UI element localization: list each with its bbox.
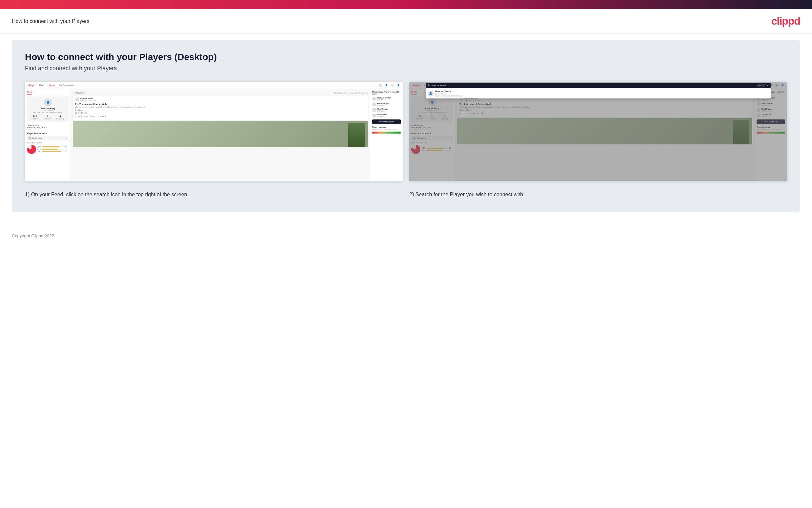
bar-arg: ARG 84 <box>37 151 68 153</box>
player-select[interactable]: Eli Vincent ▾ <box>27 136 68 140</box>
profile-icon-btn[interactable]: 👤 <box>384 83 388 87</box>
mini-nav-icons: 🔍 👤 ⚙ 👤 <box>378 83 400 87</box>
search-result-dropdown: 👤 Marcus Turner 1-5 Handicap Cypress Poi… <box>426 88 771 98</box>
tag-app: APP <box>83 115 89 118</box>
mini-nav-items: Home Teams My Performance <box>38 83 76 87</box>
nav-my-performance[interactable]: My Performance <box>58 83 75 87</box>
profile-stats: 129 Activities 3 Followers 4 <box>29 115 66 120</box>
hero-section: How to connect with your Players (Deskto… <box>12 40 800 212</box>
mini-nav-1: clippd Home Teams My Performance 🔍 👤 ⚙ 👤 <box>25 82 403 89</box>
quality-circle: 84 <box>27 145 36 154</box>
photo-person <box>348 123 365 147</box>
stat-activities: 129 Activities <box>32 115 39 120</box>
descriptions-row: 1) On your Feed, click on the search ico… <box>25 184 787 205</box>
search-bar-overlay[interactable]: 🔍 Marcus Turner CLEAR ✕ <box>426 83 771 88</box>
activity-avatar <box>75 97 79 101</box>
mini-right-panel-1: Most Active Players - Last 30 days Richa… <box>370 89 403 181</box>
activity-card: Richard Butler Yesterday · The Grove Pre… <box>73 96 368 120</box>
profile-card: 👤 Blair McHarg Golf Coach Mill Ride Golf… <box>27 96 68 122</box>
player-eli: Eli Vincent Activities: 1 <box>372 114 401 118</box>
player-piers: Piers Parnell Activities: 4 <box>372 102 401 106</box>
team-dashboard-button[interactable]: Team Dashboard <box>372 120 401 124</box>
mini-body-1: Feed 👤 Blair McHarg Golf Coach Mill Ride… <box>25 89 403 181</box>
quality-display: 84 OTT 79 <box>27 145 68 154</box>
profile-name: Blair McHarg <box>29 107 66 110</box>
quality-label: Total Player Quality <box>27 142 68 144</box>
tag-ott: OTT <box>75 115 82 118</box>
result-club: Cypress Point Club, United Kingdom <box>435 95 769 97</box>
search-icon: 🔍 <box>428 84 431 87</box>
mini-app-1: clippd Home Teams My Performance 🔍 👤 ⚙ 👤 <box>25 82 403 181</box>
search-icon-btn[interactable]: 🔍 <box>378 83 382 87</box>
quality-bars: OTT 79 APP 70 <box>37 146 68 153</box>
tag-arg: ARG <box>90 115 97 118</box>
player-performance: Player Performance Eli Vincent ▾ Total P… <box>27 132 68 154</box>
duration-value: 02 hr : 00 min <box>75 112 366 114</box>
activity-photo <box>73 121 368 147</box>
activity-player: Richard Butler Yesterday · The Grove <box>75 97 366 101</box>
profile-avatar: 👤 <box>44 98 52 106</box>
mini-nav-logo: clippd <box>28 84 36 87</box>
description-2: 2) Search for the Player you wish to con… <box>409 184 787 205</box>
settings-icon-btn[interactable]: ⚙ <box>390 83 394 87</box>
mini-center-panel-1: Following ▾ Control who can see your act… <box>71 89 370 181</box>
tag-putt: PUTT <box>98 115 106 118</box>
result-name: Marcus Turner <box>435 90 769 93</box>
following-button[interactable]: Following ▾ <box>73 91 87 94</box>
hero-title: How to connect with your Players (Deskto… <box>25 52 787 62</box>
team-heatmap: Team Heatmap Player Quality - 20 Round T… <box>372 126 401 135</box>
activity-tags: OTT APP ARG PUTT <box>75 115 366 118</box>
mini-left-panel-1: Feed 👤 Blair McHarg Golf Coach Mill Ride… <box>25 89 71 181</box>
following-row: Following ▾ Control who can see your act… <box>73 91 368 94</box>
player-hiral: Hiral Pujara Activities: 3 <box>372 108 401 112</box>
main-content: How to connect with your Players (Deskto… <box>0 40 812 228</box>
bar-ott: OTT 79 <box>37 146 68 148</box>
search-input-display[interactable]: Marcus Turner <box>432 84 756 87</box>
description-text-1: 1) On your Feed, click on the search ico… <box>25 190 403 199</box>
stat-following: 4 Following <box>56 115 64 120</box>
player-richard: Richard Butler Activities: 7 <box>372 97 401 101</box>
close-icon[interactable]: ✕ <box>766 84 769 87</box>
latest-activity: Latest Activity Afternoon round of golf … <box>27 124 68 130</box>
nav-teams[interactable]: Teams <box>48 83 56 87</box>
feed-tab[interactable]: Feed <box>27 91 32 94</box>
logo: clippd <box>771 15 800 27</box>
screenshot-1: clippd Home Teams My Performance 🔍 👤 ⚙ 👤 <box>25 82 403 181</box>
profile-club: Mill Ride Golf Club, United Kingdom <box>29 112 66 114</box>
header-title: How to connect with your Players <box>12 18 90 24</box>
result-avatar: 👤 <box>428 91 434 96</box>
hero-subtitle: Find and connect with your Players <box>25 65 787 72</box>
header: How to connect with your Players clippd <box>0 9 812 34</box>
screenshots-row: clippd Home Teams My Performance 🔍 👤 ⚙ 👤 <box>25 82 787 181</box>
nav-home[interactable]: Home <box>38 83 46 87</box>
clear-button[interactable]: CLEAR <box>757 84 765 87</box>
duration-display: Duration <box>75 109 366 111</box>
bar-app: APP 70 <box>37 148 68 150</box>
stat-followers: 3 Followers <box>44 115 51 120</box>
dropdown-arrow-icon: ▾ <box>66 137 67 139</box>
screenshot-2: clippd Home Teams My Performance 🔍 👤 ⚙ 👤 <box>409 82 787 181</box>
player-select-avatar <box>28 136 32 140</box>
heatmap-bar <box>372 132 401 134</box>
description-1: 1) On your Feed, click on the search ico… <box>25 184 403 205</box>
copyright-text: Copyright Clippd 2022 <box>12 233 54 238</box>
footer: Copyright Clippd 2022 <box>0 228 812 244</box>
search-result-item[interactable]: 👤 Marcus Turner 1-5 Handicap Cypress Poi… <box>428 90 769 97</box>
top-bar <box>0 0 812 9</box>
description-text-2: 2) Search for the Player you wish to con… <box>409 190 787 199</box>
avatar-icon-btn[interactable]: 👤 <box>396 83 400 87</box>
